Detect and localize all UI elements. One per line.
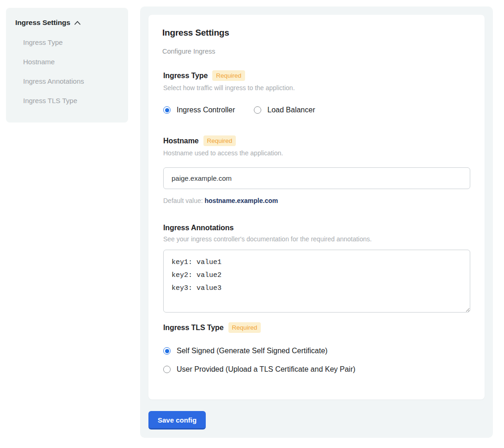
- required-badge: Required: [228, 322, 261, 333]
- ingress-settings-card: Ingress Settings Configure Ingress Ingre…: [148, 15, 485, 399]
- hostname-label: Hostname: [163, 137, 199, 145]
- radio-label: Self Signed (Generate Self Signed Certif…: [177, 347, 327, 355]
- required-badge: Required: [212, 70, 245, 81]
- sidebar-item-ingress-type[interactable]: Ingress Type: [23, 38, 119, 46]
- ingress-settings-panel: Ingress Settings Configure Ingress Ingre…: [140, 6, 493, 438]
- radio-label: User Provided (Upload a TLS Certificate …: [177, 365, 356, 374]
- radio-option-self-signed[interactable]: Self Signed (Generate Self Signed Certif…: [163, 347, 471, 355]
- ingress-annotations-section: Ingress Annotations See your ingress con…: [163, 224, 471, 313]
- sidebar-item-list: Ingress Type Hostname Ingress Annotation…: [15, 38, 119, 104]
- save-config-button[interactable]: Save config: [148, 411, 206, 430]
- radio-label: Load Balancer: [267, 106, 315, 114]
- hostname-description: Hostname used to access the application.: [163, 149, 471, 157]
- sidebar-item-ingress-annotations[interactable]: Ingress Annotations: [23, 77, 119, 85]
- ingress-annotations-textarea[interactable]: key1: value1 key2: value2 key3: value3: [163, 250, 470, 313]
- hostname-default-line: Default value: hostname.example.com: [163, 197, 471, 204]
- ingress-type-radio-group: Ingress Controller Load Balancer: [163, 106, 471, 114]
- ingress-type-description: Select how traffic will ingress to the a…: [163, 84, 471, 92]
- ingress-settings-sidebar: Ingress Settings Ingress Type Hostname I…: [6, 8, 128, 123]
- sidebar-section-title: Ingress Settings: [15, 18, 70, 27]
- default-value-text: hostname.example.com: [205, 197, 278, 204]
- radio-unselected-icon[interactable]: [163, 366, 171, 373]
- chevron-up-icon: [74, 19, 81, 27]
- hostname-input[interactable]: [163, 167, 470, 189]
- radio-option-ingress-controller[interactable]: Ingress Controller: [163, 106, 235, 114]
- ingress-type-label: Ingress Type: [163, 72, 208, 80]
- radio-option-load-balancer[interactable]: Load Balancer: [254, 106, 315, 114]
- ingress-tls-type-label: Ingress TLS Type: [163, 324, 224, 332]
- sidebar-item-hostname[interactable]: Hostname: [23, 58, 119, 66]
- radio-selected-icon[interactable]: [163, 347, 171, 355]
- sidebar-section-toggle[interactable]: Ingress Settings: [15, 18, 119, 27]
- ingress-annotations-description: See your ingress controller's documentat…: [163, 235, 471, 243]
- ingress-tls-type-section: Ingress TLS Type Required Self Signed (G…: [163, 322, 471, 374]
- ingress-type-section: Ingress Type Required Select how traffic…: [163, 70, 471, 114]
- ingress-tls-type-radio-group: Self Signed (Generate Self Signed Certif…: [163, 347, 471, 374]
- radio-unselected-icon[interactable]: [254, 106, 261, 114]
- page-subtitle: Configure Ingress: [162, 48, 471, 55]
- hostname-section: Hostname Required Hostname used to acces…: [163, 135, 471, 204]
- radio-option-user-provided[interactable]: User Provided (Upload a TLS Certificate …: [163, 365, 471, 374]
- radio-label: Ingress Controller: [177, 106, 235, 114]
- sidebar-item-ingress-tls-type[interactable]: Ingress TLS Type: [23, 97, 119, 104]
- radio-selected-icon[interactable]: [163, 106, 171, 114]
- ingress-annotations-label: Ingress Annotations: [163, 224, 234, 232]
- default-value-label: Default value:: [163, 197, 203, 204]
- page-title: Ingress Settings: [162, 28, 471, 38]
- required-badge: Required: [203, 135, 236, 146]
